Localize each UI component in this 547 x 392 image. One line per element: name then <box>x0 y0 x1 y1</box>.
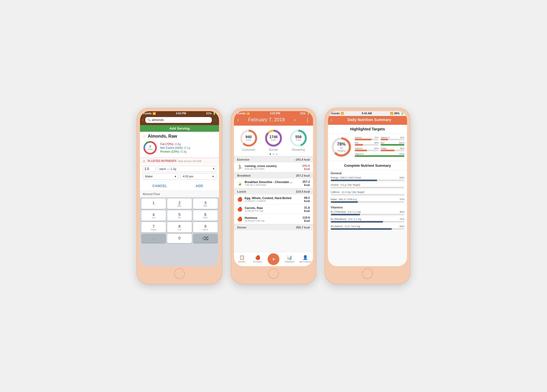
exercise-item-text: running, cross country 6:00 am 30.0 Mins <box>245 164 299 170</box>
general-label: General <box>328 170 407 175</box>
kb-key-8[interactable]: 8TUV <box>167 222 192 232</box>
dot-3[interactable] <box>276 153 278 155</box>
phone1-time: 4:03 PM <box>176 112 186 115</box>
kb-key-3[interactable]: 3DEF <box>193 199 218 209</box>
complete-title: Complete Nutrient Summary <box>328 161 407 170</box>
iron-pct: 35% <box>374 142 378 144</box>
settings-icon: 👤 <box>303 255 308 260</box>
unit-select[interactable]: each — 1.2g ▾ <box>158 166 216 172</box>
dot-2[interactable] <box>273 153 274 155</box>
dot-1[interactable] <box>269 153 271 155</box>
phone3-home-button[interactable] <box>362 268 373 279</box>
tab-trends[interactable]: 📊 TRENDS <box>282 255 297 263</box>
search-box[interactable]: 🔍 almonds <box>145 117 212 123</box>
phone-1: Koodo 📶 4:03 PM 51% 🔋 ‹ 🔍 almonds ▤ <box>137 108 222 284</box>
keyboard: 1 2ABC 3DEF 4GHI 5JKL 6MNO 7PQRS 8TUV 9W… <box>140 197 219 266</box>
lunch-item-2[interactable]: 🍎 Carrots, Raw 12:59 pm 0.5 cup 31.8kcal <box>234 204 313 214</box>
diary-icon: 📋 <box>239 255 245 260</box>
b2-row: B2 (Riboflavin) - 0.8 / 1.1 mg 71% <box>328 217 407 224</box>
calcium-row: Calcium 52% <box>355 147 378 152</box>
phone2-battery-icon: 🔋 <box>307 112 310 115</box>
phone1-status-bar: Koodo 📶 4:03 PM 51% 🔋 <box>140 111 219 116</box>
unit-value: each — 1.2g <box>159 167 176 170</box>
add-button[interactable]: ADD <box>180 181 219 191</box>
breakfast-header: Breakfast 257.2 kcal <box>234 172 313 178</box>
search-input[interactable]: almonds <box>152 118 164 122</box>
phone2-home-button[interactable] <box>268 268 279 279</box>
lunch-item-2-sub: 12:59 pm 0.5 cup <box>245 209 302 212</box>
phone1-header: ‹ 🔍 almonds ▤ <box>140 116 219 125</box>
b3-row: B3 (Niacin) - 11.6 / 14.0 mg 83% <box>328 224 407 231</box>
kb-delete-key[interactable]: ⌫ <box>193 234 218 243</box>
kb-row-2: 4GHI 5JKL 6MNO <box>140 209 219 221</box>
b1-pct: 40% <box>400 211 404 213</box>
phone3-back-button[interactable]: ‹ <box>331 117 332 123</box>
prev-day-button[interactable]: ‹ <box>237 117 239 123</box>
lunch-item-1-kcal: 68.2kcal <box>304 196 310 203</box>
lunch-item-3-kcal: 119.6kcal <box>302 216 310 222</box>
folate-row: Folate 58% <box>381 147 404 152</box>
kb-key-dot[interactable]: . <box>141 234 166 243</box>
time-dropdown-icon: ▾ <box>212 175 214 178</box>
highlighted-nutrients: Sodium 71% Vitamin C 32% <box>355 136 404 158</box>
almond-flour-row[interactable]: Almond Flour <box>140 191 219 197</box>
kb-key-0[interactable]: 0 <box>167 234 192 243</box>
time-select[interactable]: 4:03 pm ▾ <box>180 173 216 180</box>
lunch-item-1[interactable]: 🍎 Egg, Whole, Cooked, Hard-Boiled 12:58 … <box>234 195 313 204</box>
tab-settings[interactable]: 👤 SETTINGS <box>297 255 313 263</box>
star-icon[interactable]: ☆ <box>143 134 146 138</box>
add-serving-bar: Add Serving › <box>140 125 219 132</box>
nutrients-row: ⚠ 76 LISTED NUTRIENTS Data Source: NCCDB <box>140 158 219 164</box>
b12-row: B12 301% <box>381 142 404 146</box>
cancel-button[interactable]: CANCEL <box>140 181 180 191</box>
kb-key-5[interactable]: 5JKL <box>167 210 192 221</box>
next-day-button[interactable]: › <box>294 117 296 123</box>
alcohol-row: Alcohol - 0.0 g / (No Target) <box>328 183 407 190</box>
kb-row-1: 1 2ABC 3DEF <box>140 197 219 209</box>
folate-label: Folate <box>381 147 386 150</box>
protein-value: -0.3g <box>180 150 186 153</box>
all-targets-ring: 78% All Targets <box>331 136 352 158</box>
fab-icon: + <box>272 255 275 263</box>
more-options-button[interactable]: ⋮ <box>305 117 310 123</box>
vita-pct: 743% <box>399 153 404 155</box>
kb-key-2[interactable]: 2ABC <box>167 199 192 209</box>
all-targets-label: All Targets <box>336 147 347 152</box>
fab-add-button[interactable]: + <box>268 253 279 265</box>
b1-label: B1 (Thiamine) - 0.4 / 1.1 mg <box>331 211 361 213</box>
back-button[interactable]: ‹ <box>142 117 144 123</box>
lunch-item-3-sub: 12:59 pm 0.28 cup <box>245 219 300 222</box>
kb-key-6[interactable]: 6MNO <box>193 210 218 221</box>
caffeine-label: Caffeine - 12.4 mg / (No Target) <box>331 191 364 193</box>
breakfast-item-kcal: 257.2 kcal <box>302 180 310 187</box>
breakfast-item[interactable]: 🍃 Breakfast Smoothie - Chocolate ... 7:0… <box>234 178 313 188</box>
kb-row-4: . 0 ⌫ <box>140 232 219 244</box>
b2-label: B2 (Riboflavin) - 0.8 / 1.1 mg <box>331 218 361 220</box>
kb-key-9[interactable]: 9WXYZ <box>193 222 218 232</box>
lunch-icon-3: 🍎 <box>237 216 243 222</box>
trends-icon: 📊 <box>287 255 292 260</box>
vitamins-label: Vitamins <box>328 204 407 209</box>
kb-key-1[interactable]: 1 <box>141 199 166 209</box>
kb-key-7[interactable]: 7PQRS <box>141 222 166 232</box>
breakfast-title: Breakfast <box>237 174 251 177</box>
b12-pct: 301% <box>399 142 404 144</box>
kb-key-4[interactable]: 4GHI <box>141 210 166 221</box>
diary-date: February 7, 2019 <box>248 117 285 123</box>
barcode-icon[interactable]: ▤ <box>213 118 217 122</box>
exercise-item[interactable]: 🏃 running, cross country 6:00 am 30.0 Mi… <box>234 162 313 172</box>
carousel-dots <box>234 152 313 156</box>
vitc-label: Vitamin C <box>381 136 390 139</box>
remaining-ring: 558 kcals Remaining <box>289 129 308 151</box>
meal-select[interactable]: Water ▾ <box>143 173 179 180</box>
phone3-carrier: Koodo <box>331 112 340 115</box>
lunch-item-3[interactable]: 🍎 Hummus 12:59 pm 0.28 cup 119.6kcal <box>234 214 313 224</box>
trends-tab-label: TRENDS <box>284 261 294 263</box>
form-row-1: 1.0 each — 1.2g ▾ <box>140 164 219 173</box>
tab-diary[interactable]: 📋 DIARY <box>234 255 250 263</box>
quantity-input[interactable]: 1.0 <box>143 166 156 172</box>
tab-foods[interactable]: 🍎 FOODS <box>250 255 265 263</box>
kb-row-3: 7PQRS 8TUV 9WXYZ <box>140 221 219 232</box>
search-row: ‹ 🔍 almonds ▤ <box>142 117 217 123</box>
phone1-home-button[interactable] <box>174 268 185 279</box>
